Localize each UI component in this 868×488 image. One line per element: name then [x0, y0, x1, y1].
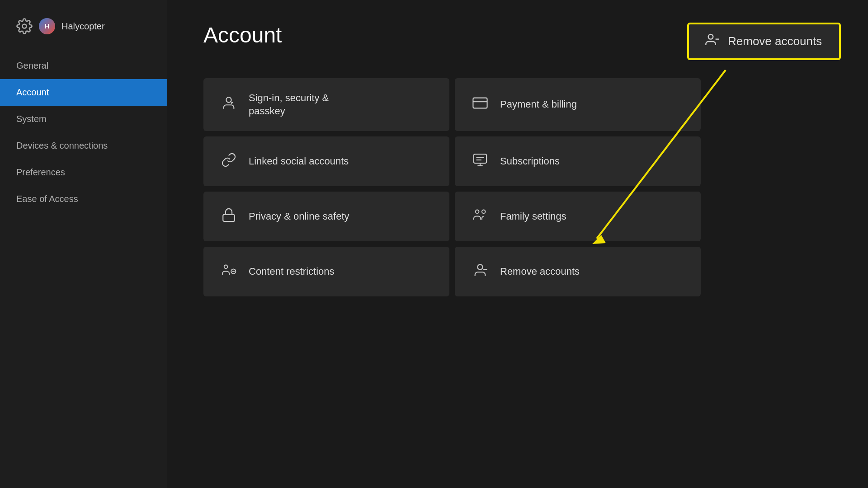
sidebar-item-system[interactable]: System [0, 106, 167, 132]
content-icon [220, 263, 238, 281]
svg-point-0 [23, 24, 27, 28]
grid-item-content[interactable]: Content restrictions [203, 247, 449, 296]
remove-accounts-button-highlight[interactable]: Remove accounts [687, 23, 841, 60]
grid-item-remove-label: Remove accounts [500, 265, 580, 278]
svg-point-14 [224, 265, 228, 268]
subscriptions-icon [471, 152, 489, 171]
sidebar-username: Halycopter [61, 21, 105, 32]
grid-item-payment[interactable]: Payment & billing [455, 78, 701, 131]
sidebar: H Halycopter General Account System Devi… [0, 0, 167, 488]
signin-icon [220, 95, 238, 114]
grid-item-content-label: Content restrictions [249, 265, 335, 278]
remove-accounts-button-label: Remove accounts [728, 34, 822, 48]
sidebar-item-devices[interactable]: Devices & connections [0, 132, 167, 159]
main-header: Account Remove accounts [203, 23, 841, 60]
svg-point-17 [477, 264, 482, 269]
gear-icon [16, 18, 33, 34]
svg-rect-4 [473, 98, 487, 108]
grid-item-subscriptions-label: Subscriptions [500, 155, 560, 168]
sidebar-nav: General Account System Devices & connect… [0, 52, 167, 212]
svg-point-1 [708, 34, 713, 39]
sidebar-item-general[interactable]: General [0, 52, 167, 79]
sidebar-item-preferences[interactable]: Preferences [0, 159, 167, 186]
grid-item-subscriptions[interactable]: Subscriptions [455, 136, 701, 186]
grid-item-linked-label: Linked social accounts [249, 155, 349, 168]
grid-item-signin-label: Sign-in, security &passkey [249, 92, 329, 117]
sidebar-header: H Halycopter [0, 18, 167, 52]
svg-rect-6 [474, 154, 486, 163]
remove-icon [471, 263, 489, 281]
grid-item-signin[interactable]: Sign-in, security &passkey [203, 78, 449, 131]
main-content: Account Remove accounts Sign-i [167, 0, 868, 488]
grid-item-privacy[interactable]: Privacy & online safety [203, 192, 449, 241]
avatar: H [39, 18, 55, 34]
grid-item-privacy-label: Privacy & online safety [249, 210, 349, 223]
payment-icon [471, 95, 489, 114]
svg-point-13 [482, 210, 486, 213]
grid-item-linked[interactable]: Linked social accounts [203, 136, 449, 186]
sidebar-item-account[interactable]: Account [0, 79, 167, 106]
linked-icon [220, 152, 238, 171]
sidebar-item-ease[interactable]: Ease of Access [0, 186, 167, 212]
family-icon [471, 207, 489, 226]
privacy-icon [220, 207, 238, 226]
grid-item-payment-label: Payment & billing [500, 98, 577, 111]
grid-item-remove[interactable]: Remove accounts [455, 247, 701, 296]
grid-item-family[interactable]: Family settings [455, 192, 701, 241]
svg-rect-11 [223, 214, 235, 221]
grid-item-family-label: Family settings [500, 210, 566, 223]
remove-accounts-icon [705, 33, 720, 50]
svg-point-3 [226, 97, 231, 102]
svg-point-12 [476, 210, 479, 213]
account-grid: Sign-in, security &passkey Payment & bil… [203, 78, 701, 296]
page-title: Account [203, 23, 282, 47]
